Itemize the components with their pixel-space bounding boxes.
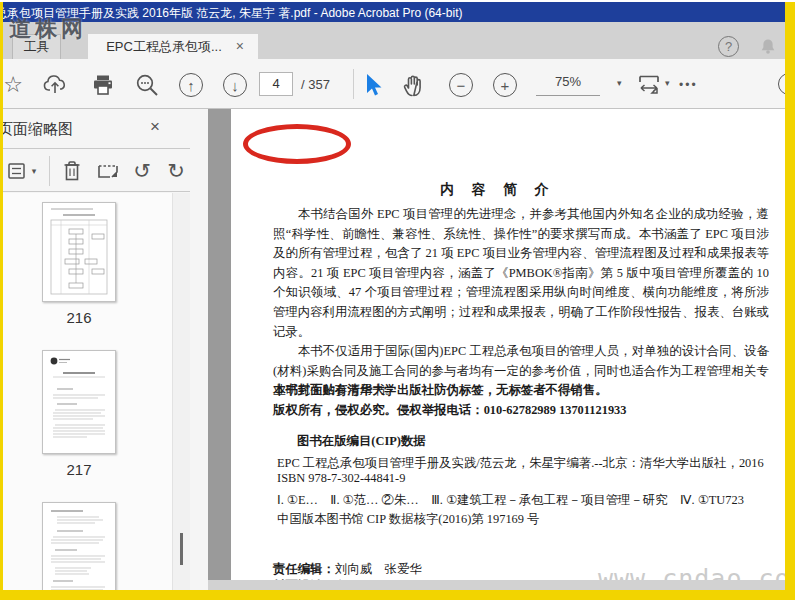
- frame-bottom-border: [0, 590, 795, 600]
- panel-header: 页面缩略图 ×: [3, 109, 190, 149]
- frame-left-border: [0, 2, 3, 600]
- next-page-button[interactable]: ↓: [221, 71, 249, 99]
- plus-circle-icon: +: [493, 73, 517, 97]
- bell-icon: [758, 37, 778, 57]
- thumbnail-page-216[interactable]: [42, 202, 116, 302]
- thumbnail-label: 217: [42, 461, 116, 478]
- paragraph: 本书结合国外 EPC 项目管理的先进理念，并参考其他国内外知名企业的成功经验，遵…: [273, 205, 769, 342]
- title-bar: 总承包项目管理手册及实践 2016年版 范云龙, 朱星宇 著.pdf - Ado…: [3, 2, 785, 22]
- favorites-star-button[interactable]: ☆: [3, 71, 27, 99]
- rotate-ccw-icon: ↺: [133, 159, 151, 183]
- intro-paragraphs: 本书结合国外 EPC 项目管理的先进理念，并参考其他国内外知名企业的成功经验，遵…: [273, 205, 769, 401]
- text-page-thumbnail-image: [43, 503, 115, 590]
- select-tool-button[interactable]: [359, 71, 387, 99]
- cip-line: EPC 工程总承包项目管理手册及实践/范云龙，朱星宇编著.--北京：清华大学出版…: [277, 455, 771, 472]
- page-count-label: / 357: [301, 77, 330, 92]
- credit-value: 刘向威 张爱华: [335, 562, 422, 576]
- comment-tool-icon[interactable]: [778, 73, 785, 95]
- anti-piracy-notice: 本书封面贴有清华大学出版社防伪标签，无标签者不得销售。: [273, 380, 769, 400]
- cloud-upload-icon: [42, 73, 68, 97]
- main-toolbar: ☆: [3, 59, 785, 109]
- fit-dropdown-icon[interactable]: ▾: [665, 78, 670, 88]
- fit-width-icon: [636, 73, 662, 97]
- tab-document[interactable]: EPC工程总承包项... ×: [88, 34, 258, 59]
- share-button[interactable]: [41, 71, 69, 99]
- star-icon: ☆: [3, 72, 23, 98]
- credit-label: 责任编辑：: [273, 562, 335, 576]
- crop-page-icon: [96, 160, 120, 182]
- options-list-icon: [7, 161, 29, 181]
- panel-toolbar: ▾: [3, 150, 190, 192]
- thumbnails-panel: 页面缩略图 × ▾: [3, 109, 208, 590]
- cip-line: ISBN 978-7-302-44841-9: [277, 471, 771, 486]
- notifications-button[interactable]: [758, 37, 778, 57]
- panel-close-icon[interactable]: ×: [150, 117, 160, 137]
- red-ellipse-annotation: [243, 124, 351, 164]
- zoom-level-value[interactable]: 75%: [536, 74, 600, 96]
- credit-value: 文 静: [335, 579, 372, 580]
- credit-line: 封面设计：文 静: [273, 578, 372, 580]
- cip-line: Ⅰ. ①E… Ⅱ. ①范… ②朱… Ⅲ. ①建筑工程－承包工程－项目管理－研究 …: [277, 492, 771, 509]
- thumbnail-scrollbar[interactable]: [172, 193, 190, 590]
- pdf-page: 内 容 简 介 本书结合国外 EPC 项目管理的先进理念，并参考其他国内外知名企…: [231, 109, 785, 580]
- crop-pages-button[interactable]: [95, 158, 121, 184]
- document-view: 内 容 简 介 本书结合国外 EPC 项目管理的先进理念，并参考其他国内外知名企…: [208, 109, 785, 580]
- zoom-out-button[interactable]: −: [447, 71, 475, 99]
- cip-heading: 图书在版编目(CIP)数据: [297, 431, 769, 451]
- panel-separator: [49, 156, 50, 186]
- cndao-watermark: www.cndao.com: [598, 564, 785, 580]
- fit-width-button[interactable]: [635, 71, 663, 99]
- frame-right-border: [785, 2, 795, 600]
- zoom-in-button[interactable]: +: [491, 71, 519, 99]
- minus-circle-icon: −: [449, 73, 473, 97]
- scrollbar-thumb[interactable]: [180, 533, 183, 565]
- acrobat-window: 总承包项目管理手册及实践 2016年版 范云龙, 朱星宇 著.pdf - Ado…: [3, 2, 785, 590]
- trash-icon: [61, 159, 83, 183]
- rotate-right-button[interactable]: ↻: [163, 158, 189, 184]
- credit-line: 责任编辑：刘向威 张爱华: [273, 561, 422, 578]
- tab-close-icon[interactable]: ×: [236, 38, 244, 54]
- site-watermark: 道株网: [9, 14, 87, 44]
- print-button[interactable]: [89, 71, 117, 99]
- tab-document-label: EPC工程总承包项...: [106, 38, 222, 56]
- rotate-left-button[interactable]: ↺: [129, 158, 155, 184]
- hand-icon: [403, 73, 427, 98]
- thumbnail-list: 216: [3, 193, 190, 590]
- previous-page-button[interactable]: ↑: [177, 71, 205, 99]
- copyright-notice: 版权所有，侵权必究。侵权举报电话：010-62782989 1370112193…: [273, 400, 769, 420]
- tab-bar: 工具 EPC工程总承包项... × ?: [3, 22, 785, 59]
- thumbnail-page-218[interactable]: [42, 502, 116, 590]
- pointer-cursor-icon: [363, 73, 383, 98]
- page-number-input[interactable]: 4: [259, 72, 293, 96]
- credit-label: 封面设计：: [273, 579, 335, 580]
- hand-tool-button[interactable]: [401, 71, 429, 99]
- thumbnail-page-217[interactable]: [42, 350, 116, 454]
- printer-icon: [91, 73, 115, 97]
- toolbar-separator: [353, 69, 354, 99]
- thumbnail-label: 216: [42, 309, 116, 326]
- arrow-up-circle-icon: ↑: [179, 73, 203, 97]
- search-button[interactable]: [133, 71, 161, 99]
- help-icon: ?: [718, 36, 739, 57]
- rotate-cw-icon: ↻: [167, 159, 185, 183]
- search-icon: [135, 73, 160, 98]
- cip-line: 中国版本图书馆 CIP 数据核字(2016)第 197169 号: [277, 511, 771, 528]
- options-dropdown-icon[interactable]: ▾: [27, 158, 41, 184]
- arrow-down-circle-icon: ↓: [223, 73, 247, 97]
- more-tools-button[interactable]: •••: [679, 78, 698, 92]
- delete-page-button[interactable]: [59, 158, 85, 184]
- screenshot-frame: 总承包项目管理手册及实践 2016年版 范云龙, 朱星宇 著.pdf - Ado…: [0, 0, 800, 600]
- help-button[interactable]: ?: [718, 36, 739, 57]
- zoom-dropdown-icon[interactable]: ▾: [617, 78, 622, 88]
- panel-title: 页面缩略图: [3, 120, 73, 139]
- text-page-thumbnail-image: [43, 351, 115, 453]
- page-heading: 内 容 简 介: [231, 181, 765, 199]
- flowchart-thumbnail-image: [43, 203, 115, 301]
